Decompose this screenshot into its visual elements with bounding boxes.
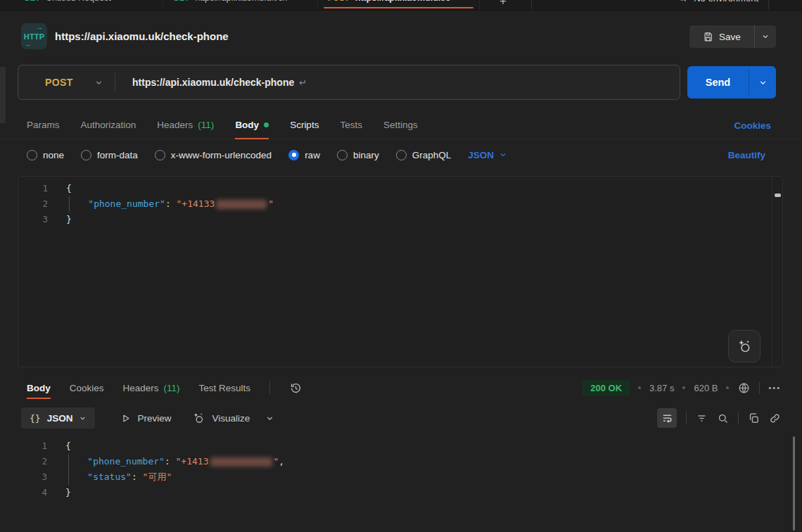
code-token: "+14133 xyxy=(177,198,215,209)
body-mode-form-data[interactable]: form-data xyxy=(81,150,138,160)
scrollbar-thumb[interactable] xyxy=(775,194,781,197)
visualize-label: Visualize xyxy=(212,413,250,424)
save-options-button[interactable] xyxy=(755,25,776,48)
code-token: { xyxy=(65,441,71,451)
workspace-tab[interactable]: GEThttps://api.xiaomu.uk/ch xyxy=(163,0,318,10)
return-icon: ↵ xyxy=(299,77,307,88)
beautify-link[interactable]: Beautify xyxy=(728,142,765,167)
line-number: 1 xyxy=(18,438,47,454)
request-title: https://api.xiaomu.uk/check-phone xyxy=(55,30,229,42)
line-number: 3 xyxy=(18,469,47,485)
scrollbar-thumb[interactable] xyxy=(793,436,795,531)
code-token xyxy=(65,471,87,482)
code-line: 2 "phone_number": "+1413", xyxy=(18,454,784,469)
radio-label: GraphQL xyxy=(412,150,452,160)
viewer-options-button[interactable] xyxy=(265,414,274,423)
workspace-tab[interactable]: GETUntitled Request xyxy=(14,0,163,10)
more-options-icon[interactable]: ••• xyxy=(768,384,781,392)
body-mode-binary[interactable]: binary xyxy=(337,150,379,160)
preview-button[interactable]: Preview xyxy=(120,413,171,424)
response-format-dropdown[interactable]: {} JSON xyxy=(21,407,95,429)
tab-method-label: POST xyxy=(328,0,350,2)
request-body-editor[interactable]: 1{2 "phone_number": "+14133"3} xyxy=(18,176,783,367)
code-line: 1{ xyxy=(18,181,782,196)
network-info-icon[interactable] xyxy=(737,381,751,395)
http-badge-label: HTTP xyxy=(24,32,45,41)
code-content: "phone_number": "+1413", xyxy=(47,454,284,469)
tab-label: Body xyxy=(235,120,259,130)
tab-settings[interactable]: Settings xyxy=(383,111,418,139)
body-mode-graphql[interactable]: GraphQL xyxy=(396,150,452,160)
environment-selector[interactable]: No environment xyxy=(677,0,758,10)
chevron-down-icon xyxy=(761,32,770,41)
chevron-down-icon xyxy=(79,414,87,422)
tab-headers[interactable]: Headers(11) xyxy=(157,111,214,139)
tab-params[interactable]: Params xyxy=(27,111,60,139)
tab-scripts[interactable]: Scripts xyxy=(290,111,319,139)
filter-icon[interactable] xyxy=(696,412,708,424)
new-tab-button[interactable]: + xyxy=(499,0,507,8)
search-icon[interactable] xyxy=(717,412,729,424)
url-input[interactable]: https://api.xiaomu.uk/check-phone↵ xyxy=(132,77,307,88)
body-mode-none[interactable]: none xyxy=(27,150,64,160)
tab-title: Untitled Request xyxy=(46,0,110,3)
tab-label: Cookies xyxy=(70,383,104,393)
method-dropdown[interactable]: POST xyxy=(18,77,115,88)
code-token: } xyxy=(66,214,72,224)
response-tab-cookies[interactable]: Cookies xyxy=(70,374,104,401)
workspace-tab[interactable]: POSThttps://api.xiaomu.uk/c xyxy=(318,0,480,10)
visualize-button[interactable]: Visualize xyxy=(192,412,250,425)
response-body-viewer[interactable]: 1{2 "phone_number": "+1413",3 "status": … xyxy=(18,435,784,532)
postbot-button[interactable] xyxy=(728,330,760,362)
send-button[interactable]: Send xyxy=(687,66,776,99)
code-content: { xyxy=(47,438,71,454)
body-mode-x-www-form-urlencoded[interactable]: x-www-form-urlencoded xyxy=(155,150,272,160)
tab-label: Body xyxy=(27,383,51,393)
code-token: "可用" xyxy=(143,471,172,482)
code-token xyxy=(66,198,88,209)
tab-label: Headers xyxy=(157,120,193,130)
body-mode-raw[interactable]: raw xyxy=(288,150,320,160)
save-icon xyxy=(703,32,713,42)
tab-tests[interactable]: Tests xyxy=(340,111,362,139)
code-line: 3} xyxy=(18,212,782,227)
tab-label: Scripts xyxy=(290,120,319,130)
response-code: 1{2 "phone_number": "+1413",3 "status": … xyxy=(18,438,784,500)
response-size[interactable]: 620 B xyxy=(694,383,718,393)
arrow-left-icon: ← xyxy=(25,42,32,48)
response-tab-body[interactable]: Body xyxy=(27,374,51,401)
code-content: "status": "可用" xyxy=(47,469,172,485)
radio-label: none xyxy=(43,150,64,160)
divider xyxy=(686,412,687,424)
response-tab-test-results[interactable]: Test Results xyxy=(199,374,251,401)
request-tabs: ParamsAuthorizationHeaders(11)BodyScript… xyxy=(0,111,802,139)
tab-authorization[interactable]: Authorization xyxy=(81,111,136,139)
code-token: { xyxy=(66,183,72,194)
response-time[interactable]: 3.87 s xyxy=(649,383,674,393)
code-token: : xyxy=(165,198,177,209)
line-number: 4 xyxy=(18,485,47,500)
history-icon[interactable] xyxy=(289,381,303,395)
send-options-button[interactable] xyxy=(749,66,776,99)
link-icon[interactable] xyxy=(769,412,781,424)
tab-body[interactable]: Body xyxy=(235,111,269,139)
scrollbar-track[interactable] xyxy=(772,177,782,367)
language-dropdown[interactable]: JSON xyxy=(468,150,507,160)
radio-icon xyxy=(288,150,299,160)
tab-title: https://api.xiaomu.uk/c xyxy=(355,0,450,3)
save-button[interactable]: Save xyxy=(689,25,776,48)
method-label: POST xyxy=(45,77,73,88)
response-tabs: BodyCookiesHeaders(11)Test Results xyxy=(27,374,250,401)
code-content: { xyxy=(48,181,72,196)
code-token: "phone_number" xyxy=(87,456,165,467)
url-bar: POST https://api.xiaomu.uk/check-phone↵ xyxy=(18,65,680,100)
wrap-text-button[interactable] xyxy=(657,408,677,428)
response-tab-headers[interactable]: Headers(11) xyxy=(123,374,180,401)
magic-sparkle-icon xyxy=(737,338,752,354)
copy-icon[interactable] xyxy=(748,412,760,424)
code-token xyxy=(65,456,87,467)
cookies-link[interactable]: Cookies xyxy=(734,111,771,139)
tab-method-label: GET xyxy=(173,0,189,2)
divider xyxy=(768,1,769,9)
status-badge[interactable]: 200 OK xyxy=(583,380,630,396)
